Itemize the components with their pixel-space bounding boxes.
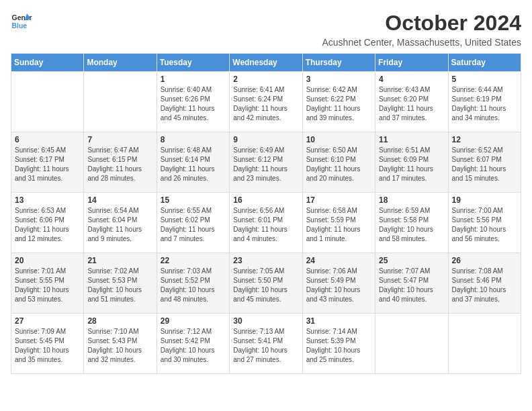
day-info: Sunrise: 6:48 AM Sunset: 6:14 PM Dayligh…	[161, 146, 226, 183]
calendar-cell: 12Sunrise: 6:52 AM Sunset: 6:07 PM Dayli…	[448, 132, 521, 193]
day-number: 2	[233, 75, 298, 84]
calendar-cell: 5Sunrise: 6:44 AM Sunset: 6:19 PM Daylig…	[448, 72, 521, 132]
calendar-cell: 18Sunrise: 6:59 AM Sunset: 5:58 PM Dayli…	[375, 193, 448, 253]
calendar-cell	[375, 314, 448, 374]
day-number: 12	[452, 135, 517, 144]
calendar-cell: 27Sunrise: 7:09 AM Sunset: 5:45 PM Dayli…	[11, 314, 84, 374]
dow-friday: Friday	[375, 54, 448, 72]
dow-saturday: Saturday	[448, 54, 521, 72]
day-number: 13	[15, 195, 80, 205]
calendar-cell: 30Sunrise: 7:13 AM Sunset: 5:41 PM Dayli…	[230, 314, 302, 374]
calendar-cell: 11Sunrise: 6:51 AM Sunset: 6:09 PM Dayli…	[375, 132, 448, 193]
calendar-cell: 24Sunrise: 7:06 AM Sunset: 5:49 PM Dayli…	[302, 253, 375, 314]
calendar-cell: 29Sunrise: 7:12 AM Sunset: 5:42 PM Dayli…	[157, 314, 229, 374]
day-number: 17	[306, 195, 371, 205]
day-info: Sunrise: 7:02 AM Sunset: 5:53 PM Dayligh…	[87, 267, 152, 304]
day-number: 15	[161, 195, 226, 205]
day-number: 25	[379, 256, 444, 265]
day-number: 16	[233, 195, 298, 205]
calendar-cell: 21Sunrise: 7:02 AM Sunset: 5:53 PM Dayli…	[84, 253, 157, 314]
calendar-cell: 8Sunrise: 6:48 AM Sunset: 6:14 PM Daylig…	[157, 132, 229, 193]
day-info: Sunrise: 6:43 AM Sunset: 6:20 PM Dayligh…	[379, 85, 444, 123]
calendar-cell: 17Sunrise: 6:58 AM Sunset: 5:59 PM Dayli…	[302, 193, 375, 253]
calendar-cell: 26Sunrise: 7:08 AM Sunset: 5:46 PM Dayli…	[448, 253, 521, 314]
calendar-cell: 10Sunrise: 6:50 AM Sunset: 6:10 PM Dayli…	[302, 132, 375, 193]
day-info: Sunrise: 6:41 AM Sunset: 6:24 PM Dayligh…	[233, 85, 298, 123]
day-info: Sunrise: 6:56 AM Sunset: 6:01 PM Dayligh…	[233, 206, 298, 244]
calendar-cell: 1Sunrise: 6:40 AM Sunset: 6:26 PM Daylig…	[157, 72, 229, 132]
calendar-cell: 19Sunrise: 7:00 AM Sunset: 5:56 PM Dayli…	[448, 193, 521, 253]
day-info: Sunrise: 6:42 AM Sunset: 6:22 PM Dayligh…	[306, 85, 371, 123]
day-number: 19	[452, 195, 517, 205]
day-number: 31	[306, 316, 371, 326]
calendar-cell: 3Sunrise: 6:42 AM Sunset: 6:22 PM Daylig…	[302, 72, 375, 132]
calendar-cell: 22Sunrise: 7:03 AM Sunset: 5:52 PM Dayli…	[157, 253, 229, 314]
day-info: Sunrise: 6:50 AM Sunset: 6:10 PM Dayligh…	[306, 146, 371, 183]
logo-icon: General Blue	[11, 11, 32, 32]
calendar-cell: 25Sunrise: 7:07 AM Sunset: 5:47 PM Dayli…	[375, 253, 448, 314]
day-number: 24	[306, 256, 371, 265]
day-info: Sunrise: 6:47 AM Sunset: 6:15 PM Dayligh…	[87, 146, 152, 183]
day-info: Sunrise: 7:08 AM Sunset: 5:46 PM Dayligh…	[452, 267, 517, 304]
day-info: Sunrise: 6:55 AM Sunset: 6:02 PM Dayligh…	[161, 206, 226, 244]
day-info: Sunrise: 6:44 AM Sunset: 6:19 PM Dayligh…	[452, 85, 517, 123]
day-number: 27	[15, 316, 80, 326]
calendar-cell: 6Sunrise: 6:45 AM Sunset: 6:17 PM Daylig…	[11, 132, 84, 193]
day-info: Sunrise: 7:03 AM Sunset: 5:52 PM Dayligh…	[161, 267, 226, 304]
calendar-cell	[11, 72, 84, 132]
calendar-cell: 4Sunrise: 6:43 AM Sunset: 6:20 PM Daylig…	[375, 72, 448, 132]
day-number: 21	[87, 256, 152, 265]
calendar-cell: 28Sunrise: 7:10 AM Sunset: 5:43 PM Dayli…	[84, 314, 157, 374]
day-number: 7	[87, 135, 152, 144]
day-info: Sunrise: 7:05 AM Sunset: 5:50 PM Dayligh…	[233, 267, 298, 304]
calendar-cell: 14Sunrise: 6:54 AM Sunset: 6:04 PM Dayli…	[84, 193, 157, 253]
month-title: October 2024	[322, 11, 522, 36]
day-number: 3	[306, 75, 371, 84]
day-number: 20	[15, 256, 80, 265]
day-info: Sunrise: 6:58 AM Sunset: 5:59 PM Dayligh…	[306, 206, 371, 244]
calendar-cell: 23Sunrise: 7:05 AM Sunset: 5:50 PM Dayli…	[230, 253, 302, 314]
day-info: Sunrise: 7:14 AM Sunset: 5:39 PM Dayligh…	[306, 327, 371, 365]
calendar-cell: 7Sunrise: 6:47 AM Sunset: 6:15 PM Daylig…	[84, 132, 157, 193]
day-number: 8	[161, 135, 226, 144]
dow-sunday: Sunday	[11, 54, 84, 72]
day-number: 9	[233, 135, 298, 144]
day-info: Sunrise: 7:01 AM Sunset: 5:55 PM Dayligh…	[15, 267, 80, 304]
day-number: 22	[161, 256, 226, 265]
calendar-cell: 2Sunrise: 6:41 AM Sunset: 6:24 PM Daylig…	[230, 72, 302, 132]
day-number: 30	[233, 316, 298, 326]
day-info: Sunrise: 6:49 AM Sunset: 6:12 PM Dayligh…	[233, 146, 298, 183]
day-info: Sunrise: 6:54 AM Sunset: 6:04 PM Dayligh…	[87, 206, 152, 244]
day-number: 29	[161, 316, 226, 326]
day-number: 11	[379, 135, 444, 144]
day-number: 1	[161, 75, 226, 84]
dow-tuesday: Tuesday	[157, 54, 229, 72]
calendar-cell: 20Sunrise: 7:01 AM Sunset: 5:55 PM Dayli…	[11, 253, 84, 314]
dow-monday: Monday	[84, 54, 157, 72]
calendar-cell: 9Sunrise: 6:49 AM Sunset: 6:12 PM Daylig…	[230, 132, 302, 193]
day-number: 6	[15, 135, 80, 144]
day-info: Sunrise: 6:59 AM Sunset: 5:58 PM Dayligh…	[379, 206, 444, 244]
title-area: October 2024 Acushnet Center, Massachuse…	[322, 11, 522, 48]
calendar-cell	[448, 314, 521, 374]
day-number: 26	[452, 256, 517, 265]
calendar-cell: 31Sunrise: 7:14 AM Sunset: 5:39 PM Dayli…	[302, 314, 375, 374]
calendar-cell: 16Sunrise: 6:56 AM Sunset: 6:01 PM Dayli…	[230, 193, 302, 253]
day-info: Sunrise: 6:51 AM Sunset: 6:09 PM Dayligh…	[379, 146, 444, 183]
location-subtitle: Acushnet Center, Massachusetts, United S…	[322, 37, 522, 48]
logo: General Blue	[11, 11, 32, 32]
page-header: General Blue October 2024 Acushnet Cente…	[11, 11, 521, 48]
day-number: 23	[233, 256, 298, 265]
day-info: Sunrise: 7:12 AM Sunset: 5:42 PM Dayligh…	[161, 327, 226, 365]
day-info: Sunrise: 7:07 AM Sunset: 5:47 PM Dayligh…	[379, 267, 444, 304]
day-number: 18	[379, 195, 444, 205]
day-info: Sunrise: 7:09 AM Sunset: 5:45 PM Dayligh…	[15, 327, 80, 365]
calendar-table: SundayMondayTuesdayWednesdayThursdayFrid…	[11, 53, 521, 374]
day-info: Sunrise: 7:10 AM Sunset: 5:43 PM Dayligh…	[87, 327, 152, 365]
day-number: 4	[379, 75, 444, 84]
day-number: 28	[87, 316, 152, 326]
day-info: Sunrise: 7:00 AM Sunset: 5:56 PM Dayligh…	[452, 206, 517, 244]
dow-thursday: Thursday	[302, 54, 375, 72]
calendar-cell: 13Sunrise: 6:53 AM Sunset: 6:06 PM Dayli…	[11, 193, 84, 253]
day-info: Sunrise: 7:13 AM Sunset: 5:41 PM Dayligh…	[233, 327, 298, 365]
